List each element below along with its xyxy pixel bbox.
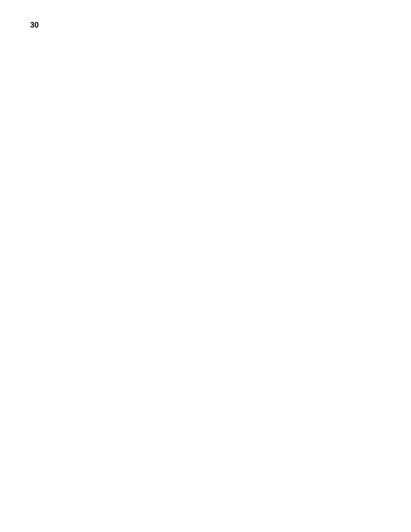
page-number: 30 <box>30 21 39 30</box>
